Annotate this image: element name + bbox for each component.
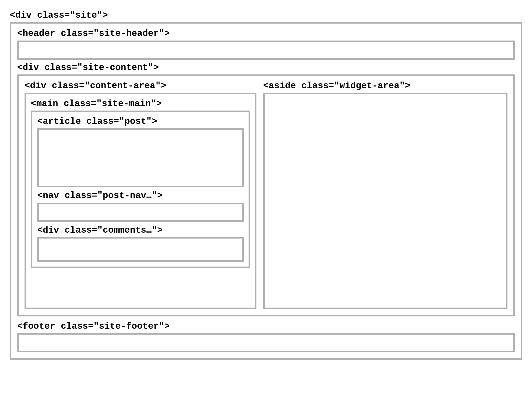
widget-area-column: <aside class="widget-area"> xyxy=(263,80,507,309)
site-main-label: <main class="site-main"> xyxy=(31,98,250,109)
site-header-box xyxy=(17,41,515,60)
site-footer-box xyxy=(17,333,515,352)
site-content-box: <div class="content-area"> <main class="… xyxy=(17,74,515,316)
comments-label: <div class="comments…"> xyxy=(37,225,244,236)
site-main-box: <article class="post"> <nav class="post-… xyxy=(31,111,250,268)
site-box: <header class="site-header"> <div class=… xyxy=(10,22,522,360)
post-box xyxy=(37,128,244,187)
widget-area-label: <aside class="widget-area"> xyxy=(263,80,507,91)
comments-box xyxy=(37,237,244,262)
site-content-label: <div class="site-content"> xyxy=(17,62,515,73)
post-nav-box xyxy=(37,203,244,222)
post-nav-label: <nav class="post-nav…"> xyxy=(37,190,244,201)
site-header-label: <header class="site-header"> xyxy=(17,28,515,39)
widget-area-box xyxy=(263,93,507,309)
post-label: <article class="post"> xyxy=(37,116,244,127)
content-area-column: <div class="content-area"> <main class="… xyxy=(25,80,256,309)
content-area-box: <main class="site-main"> <article class=… xyxy=(25,93,256,309)
site-label: <div class="site"> xyxy=(10,10,522,21)
site-footer-label: <footer class="site-footer"> xyxy=(17,321,515,332)
content-area-label: <div class="content-area"> xyxy=(25,80,256,91)
